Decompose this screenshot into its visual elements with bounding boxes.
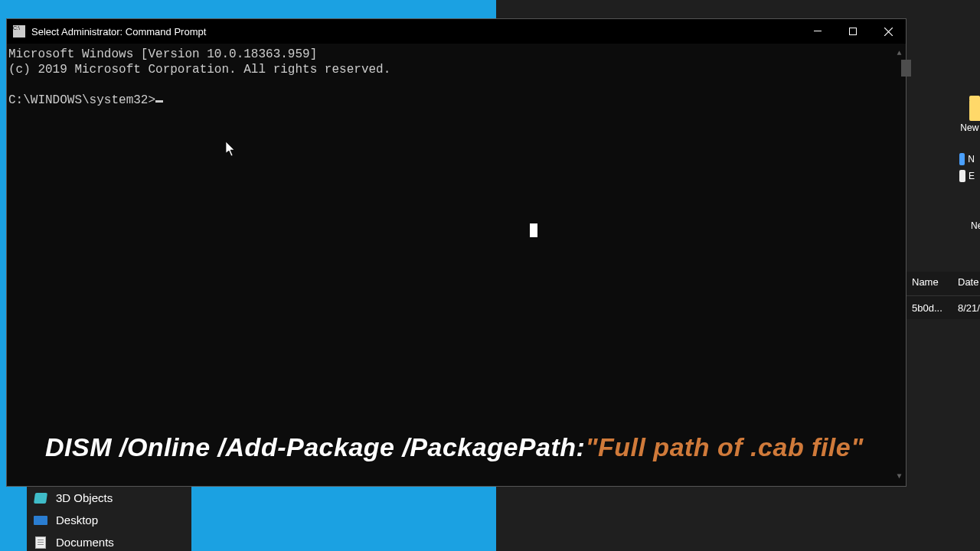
close-button[interactable]	[871, 19, 906, 44]
cmd-window: Select Administrator: Command Prompt Mic…	[6, 18, 906, 487]
instruction-overlay: DISM /Online /Add-Package /PackagePath:"…	[45, 432, 864, 462]
svg-rect-1	[850, 28, 857, 35]
copyright-line: (c) 2019 Microsoft Corporation. All righ…	[8, 63, 390, 77]
file-list: Name Date n 5b0d... 8/21/2	[906, 272, 980, 319]
terminal-text[interactable]: Microsoft Windows [Version 10.0.18363.95…	[7, 47, 893, 483]
cmd-icon	[13, 25, 25, 37]
terminal-body[interactable]: Microsoft Windows [Version 10.0.18363.95…	[7, 44, 906, 486]
sidebar-item-desktop[interactable]: Desktop	[27, 509, 191, 531]
documents-icon	[33, 536, 48, 549]
prompt-line: C:\WINDOWS\system32>	[8, 93, 155, 107]
folder-icon	[969, 99, 980, 121]
file-row[interactable]: 5b0d... 8/21/2	[906, 296, 980, 319]
list-header[interactable]: Name Date n	[906, 272, 980, 296]
scroll-thumb[interactable]	[901, 60, 911, 77]
minimize-button[interactable]	[800, 19, 835, 44]
new-folder-button[interactable]: New folder	[906, 99, 980, 133]
scroll-up-arrow[interactable]: ▲	[893, 47, 906, 60]
sidebar-label: Desktop	[56, 514, 98, 527]
desktop-icon	[33, 514, 48, 527]
minimize-icon	[814, 28, 822, 35]
maximize-button[interactable]	[835, 19, 871, 44]
sidebar-item-documents[interactable]: Documents	[27, 531, 191, 551]
col-name[interactable]: Name	[906, 272, 952, 295]
titlebar[interactable]: Select Administrator: Command Prompt	[7, 19, 906, 44]
ribbon-extra: N E	[959, 153, 975, 182]
svg-rect-0	[814, 31, 822, 31]
sidebar-label: 3D Objects	[56, 491, 113, 504]
window-title: Select Administrator: Command Prompt	[31, 26, 206, 37]
maximize-icon	[849, 28, 857, 35]
dism-path-placeholder: "Full path of .cab file"	[585, 432, 863, 461]
new-folder-label: New folder	[960, 122, 980, 133]
mouse-cursor-icon	[226, 142, 237, 157]
sidebar-item-3dobjects[interactable]: 3D Objects	[27, 487, 191, 509]
new-item-icon[interactable]: N	[959, 153, 975, 165]
text-cursor	[155, 100, 163, 103]
scroll-down-arrow[interactable]: ▼	[893, 470, 906, 483]
window-controls	[800, 19, 906, 44]
file-name: 5b0d...	[906, 299, 952, 317]
vertical-scrollbar[interactable]: ▲ ▼	[893, 47, 906, 483]
explorer-sidebar: 3D Objects Desktop Documents	[27, 487, 191, 551]
col-date[interactable]: Date n	[952, 272, 980, 295]
easy-access-icon[interactable]: E	[959, 170, 975, 182]
selection-block	[530, 223, 537, 237]
sidebar-label: Documents	[56, 536, 114, 549]
3dobjects-icon	[33, 492, 48, 504]
version-line: Microsoft Windows [Version 10.0.18363.95…	[8, 47, 317, 61]
file-date: 8/21/2	[952, 299, 980, 317]
close-icon	[884, 28, 893, 36]
dism-command-text: DISM /Online /Add-Package /PackagePath:	[45, 432, 585, 461]
ribbon-new-section-label: Ne	[971, 220, 980, 231]
